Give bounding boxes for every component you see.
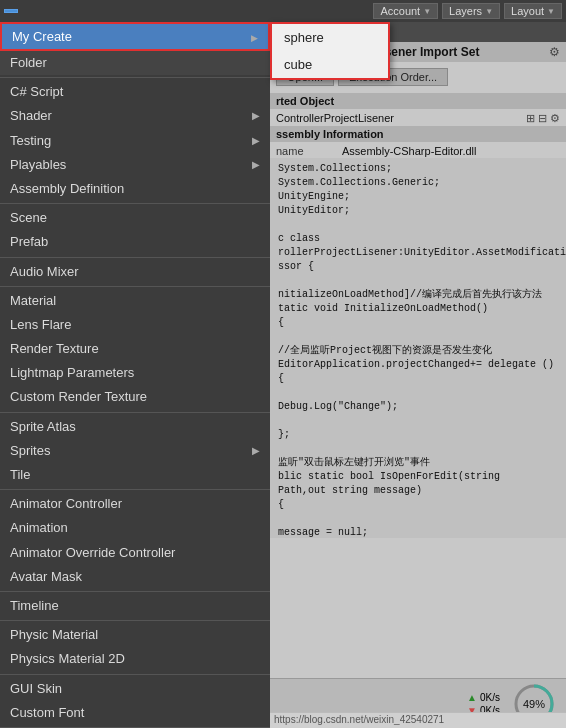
code-line: message = null;	[278, 526, 558, 538]
menu-physic-material[interactable]: Physic Material	[0, 623, 270, 647]
menu-folder[interactable]: Folder	[0, 51, 270, 75]
obj-icon-1[interactable]: ⊞	[526, 112, 535, 125]
layout-label: Layout	[511, 5, 544, 17]
folder-label: Folder	[10, 54, 47, 72]
code-line	[278, 218, 558, 232]
layout-dropdown-arrow: ▼	[547, 7, 555, 16]
code-line: rollerProjectLisener:UnityEditor.AssetMo…	[278, 246, 558, 260]
code-line: tatic void InitializeOnLoadMethod()	[278, 302, 558, 316]
name-field-label: name	[276, 145, 336, 157]
code-line: //全局监听Project视图下的资源是否发生变化	[278, 344, 558, 358]
shader-arrow: ▶	[252, 109, 260, 123]
menu-sprites[interactable]: Sprites ▶	[0, 439, 270, 463]
layers-dropdown-arrow: ▼	[485, 7, 493, 16]
sep-5	[0, 412, 270, 413]
code-line	[278, 330, 558, 344]
toolbar: Account ▼ Layers ▼ Layout ▼	[0, 0, 566, 22]
physics-material-2d-label: Physics Material 2D	[10, 650, 125, 668]
shader-label: Shader	[10, 107, 52, 125]
menu-assembly-def[interactable]: Assembly Definition	[0, 177, 270, 201]
animation-label: Animation	[10, 519, 68, 537]
sep-6	[0, 489, 270, 490]
my-create-item[interactable]: My Create	[0, 22, 270, 51]
menu-lightmap-params[interactable]: Lightmap Parameters	[0, 361, 270, 385]
menu-shader[interactable]: Shader ▶	[0, 104, 270, 128]
code-line	[278, 274, 558, 288]
right-panel: Inspector ControllerProjectLisener Impor…	[270, 22, 566, 728]
menu-custom-font[interactable]: Custom Font	[0, 701, 270, 725]
code-line: blic static bool IsOpenForEdit(string	[278, 470, 558, 484]
rted-object-section: rted Object	[270, 93, 566, 109]
scene-label: Scene	[10, 209, 47, 227]
obj-icon-3[interactable]: ⚙	[550, 112, 560, 125]
code-line	[278, 442, 558, 456]
menu-material[interactable]: Material	[0, 289, 270, 313]
code-line: };	[278, 428, 558, 442]
code-line: EditorApplication.projectChanged+= deleg…	[278, 358, 558, 372]
submenu-popup: sphere cube	[270, 22, 390, 80]
lock-icon[interactable]: ⚙	[549, 45, 560, 59]
menu-prefab[interactable]: Prefab	[0, 230, 270, 254]
toolbar-file-btn[interactable]	[4, 9, 18, 13]
sep-1	[0, 77, 270, 78]
prefab-label: Prefab	[10, 233, 48, 251]
main-area: My Create sphere cube Folder C# Script S…	[0, 22, 566, 728]
menu-testing[interactable]: Testing ▶	[0, 129, 270, 153]
svg-text:49%: 49%	[523, 698, 545, 710]
sep-9	[0, 674, 270, 675]
menu-tile[interactable]: Tile	[0, 463, 270, 487]
custom-render-texture-label: Custom Render Texture	[10, 388, 147, 406]
my-create-arrow	[251, 29, 258, 44]
testing-label: Testing	[10, 132, 51, 150]
sep-7	[0, 591, 270, 592]
menu-lens-flare[interactable]: Lens Flare	[0, 313, 270, 337]
render-texture-label: Render Texture	[10, 340, 99, 358]
url-text: https://blog.csdn.net/weixin_42540271	[274, 714, 444, 725]
menu-custom-render-texture[interactable]: Custom Render Texture	[0, 385, 270, 409]
inspector-icons: ⚙	[549, 45, 560, 59]
obj-icon-2[interactable]: ⊟	[538, 112, 547, 125]
layers-dropdown[interactable]: Layers ▼	[442, 3, 500, 19]
code-line	[278, 512, 558, 526]
menu-timeline[interactable]: Timeline	[0, 594, 270, 618]
avatar-mask-label: Avatar Mask	[10, 568, 82, 586]
sprite-atlas-label: Sprite Atlas	[10, 418, 76, 436]
menu-playables[interactable]: Playables ▶	[0, 153, 270, 177]
menu-animator-override[interactable]: Animator Override Controller	[0, 541, 270, 565]
lightmap-params-label: Lightmap Parameters	[10, 364, 134, 382]
menu-scene[interactable]: Scene	[0, 206, 270, 230]
menu-gui-skin[interactable]: GUI Skin	[0, 677, 270, 701]
my-create-label: My Create	[12, 29, 72, 44]
menu-animation[interactable]: Animation	[0, 516, 270, 540]
assembly-info-label: ssembly Information	[276, 128, 384, 140]
submenu-cube[interactable]: cube	[272, 51, 388, 78]
menu-csharp[interactable]: C# Script	[0, 80, 270, 104]
menu-audio-mixer[interactable]: Audio Mixer	[0, 260, 270, 284]
playables-label: Playables	[10, 156, 66, 174]
url-bar: https://blog.csdn.net/weixin_42540271	[270, 712, 566, 728]
layers-label: Layers	[449, 5, 482, 17]
sep-8	[0, 620, 270, 621]
code-line: 监听"双击鼠标左键打开浏览"事件	[278, 456, 558, 470]
menu-avatar-mask[interactable]: Avatar Mask	[0, 565, 270, 589]
audio-mixer-label: Audio Mixer	[10, 263, 79, 281]
rted-object-label: rted Object	[276, 95, 334, 107]
assembly-name-row: name Assembly-CSharp-Editor.dll	[270, 144, 566, 158]
code-line: Path,out string message)	[278, 484, 558, 498]
code-line: System.Collections.Generic;	[278, 176, 558, 190]
playables-arrow: ▶	[252, 158, 260, 172]
timeline-label: Timeline	[10, 597, 59, 615]
code-line	[278, 414, 558, 428]
menu-render-texture[interactable]: Render Texture	[0, 337, 270, 361]
menu-animator-controller[interactable]: Animator Controller	[0, 492, 270, 516]
sprites-arrow: ▶	[252, 444, 260, 458]
menu-physics-material-2d[interactable]: Physics Material 2D	[0, 647, 270, 671]
upload-speed-row: ▲ 0K/s	[467, 692, 500, 703]
object-name-value: ControllerProjectLisener	[276, 112, 394, 124]
account-dropdown[interactable]: Account ▼	[373, 3, 438, 19]
layout-dropdown[interactable]: Layout ▼	[504, 3, 562, 19]
submenu-sphere[interactable]: sphere	[272, 24, 388, 51]
inspector-panel: Inspector ControllerProjectLisener Impor…	[270, 22, 566, 728]
code-line: UnityEngine;	[278, 190, 558, 204]
menu-sprite-atlas[interactable]: Sprite Atlas	[0, 415, 270, 439]
